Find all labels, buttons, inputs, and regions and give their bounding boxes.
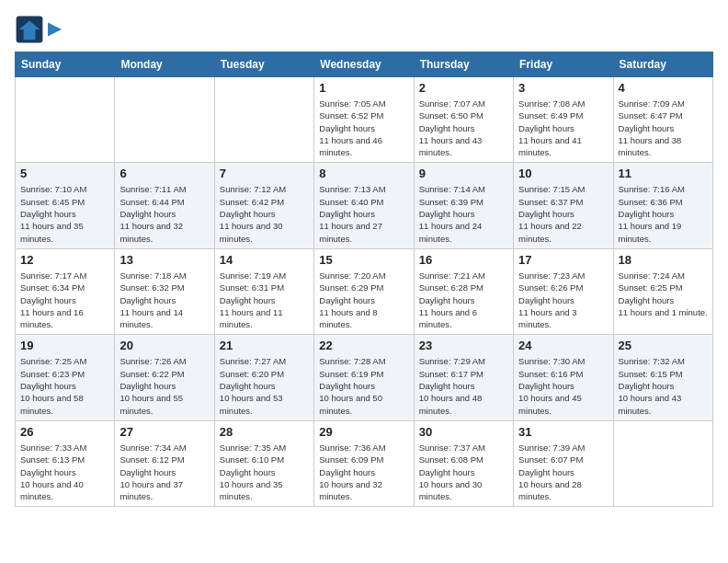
day-cell: 8 Sunrise: 7:13 AM Sunset: 6:40 PM Dayli… (314, 163, 414, 248)
day-info: Sunrise: 7:33 AM Sunset: 6:13 PM Dayligh… (20, 442, 109, 502)
day-number: 8 (319, 167, 408, 180)
header-cell-wednesday: Wednesday (314, 52, 414, 77)
day-number: 27 (119, 425, 209, 439)
day-number: 9 (419, 167, 508, 180)
calendar-table: SundayMondayTuesdayWednesdayThursdayFrid… (15, 52, 713, 507)
day-cell: 22 Sunrise: 7:28 AM Sunset: 6:19 PM Dayl… (314, 335, 414, 420)
day-number: 3 (518, 81, 608, 95)
header-cell-tuesday: Tuesday (214, 52, 313, 77)
day-number: 2 (419, 81, 508, 95)
header-cell-sunday: Sunday (16, 52, 115, 77)
day-info: Sunrise: 7:12 AM Sunset: 6:42 PM Dayligh… (220, 183, 309, 244)
day-info: Sunrise: 7:14 AM Sunset: 6:39 PM Dayligh… (419, 183, 508, 244)
day-cell (16, 77, 115, 163)
day-cell: 17 Sunrise: 7:23 AM Sunset: 6:26 PM Dayl… (514, 248, 613, 334)
day-number: 11 (619, 167, 708, 180)
day-cell: 29 Sunrise: 7:36 AM Sunset: 6:09 PM Dayl… (314, 420, 414, 506)
day-cell: 19 Sunrise: 7:25 AM Sunset: 6:23 PM Dayl… (16, 335, 115, 420)
day-number: 17 (518, 253, 608, 267)
day-info: Sunrise: 7:25 AM Sunset: 6:23 PM Dayligh… (20, 355, 109, 416)
day-info: Sunrise: 7:34 AM Sunset: 6:12 PM Dayligh… (119, 442, 209, 502)
day-cell (214, 77, 313, 163)
day-info: Sunrise: 7:35 AM Sunset: 6:10 PM Dayligh… (220, 442, 309, 502)
day-number: 13 (119, 253, 209, 267)
day-number: 20 (119, 339, 209, 352)
day-info: Sunrise: 7:32 AM Sunset: 6:15 PM Dayligh… (619, 355, 708, 416)
day-info: Sunrise: 7:16 AM Sunset: 6:36 PM Dayligh… (619, 183, 708, 244)
day-number: 12 (20, 253, 109, 267)
day-number: 6 (119, 167, 209, 180)
day-number: 21 (220, 339, 309, 352)
day-number: 16 (419, 253, 508, 267)
day-info: Sunrise: 7:11 AM Sunset: 6:44 PM Dayligh… (119, 183, 209, 244)
day-cell: 28 Sunrise: 7:35 AM Sunset: 6:10 PM Dayl… (214, 420, 313, 506)
day-info: Sunrise: 7:30 AM Sunset: 6:16 PM Dayligh… (518, 355, 608, 416)
day-number: 28 (220, 425, 309, 439)
day-cell: 15 Sunrise: 7:20 AM Sunset: 6:29 PM Dayl… (314, 248, 414, 334)
header-cell-friday: Friday (514, 52, 613, 77)
day-cell: 1 Sunrise: 7:05 AM Sunset: 6:52 PM Dayli… (314, 77, 414, 163)
header-cell-monday: Monday (115, 52, 214, 77)
calendar-body: 1 Sunrise: 7:05 AM Sunset: 6:52 PM Dayli… (16, 77, 713, 507)
week-row-0: 1 Sunrise: 7:05 AM Sunset: 6:52 PM Dayli… (16, 77, 713, 163)
day-cell (115, 77, 214, 163)
day-number: 1 (319, 81, 408, 95)
day-info: Sunrise: 7:23 AM Sunset: 6:26 PM Dayligh… (518, 270, 608, 330)
day-cell: 27 Sunrise: 7:34 AM Sunset: 6:12 PM Dayl… (115, 420, 214, 506)
day-info: Sunrise: 7:13 AM Sunset: 6:40 PM Dayligh… (319, 183, 408, 244)
day-cell: 18 Sunrise: 7:24 AM Sunset: 6:25 PM Dayl… (613, 248, 712, 334)
day-cell: 14 Sunrise: 7:19 AM Sunset: 6:31 PM Dayl… (214, 248, 313, 334)
header-row: SundayMondayTuesdayWednesdayThursdayFrid… (16, 52, 713, 77)
day-number: 26 (20, 425, 109, 439)
day-number: 7 (220, 167, 309, 180)
day-number: 5 (20, 167, 109, 180)
day-number: 30 (419, 425, 508, 439)
day-number: 29 (319, 425, 408, 439)
day-info: Sunrise: 7:21 AM Sunset: 6:28 PM Dayligh… (419, 270, 508, 330)
day-cell: 31 Sunrise: 7:39 AM Sunset: 6:07 PM Dayl… (514, 420, 613, 506)
day-info: Sunrise: 7:07 AM Sunset: 6:50 PM Dayligh… (419, 98, 508, 158)
header-cell-thursday: Thursday (414, 52, 513, 77)
week-row-2: 12 Sunrise: 7:17 AM Sunset: 6:34 PM Dayl… (16, 248, 713, 334)
day-cell: 23 Sunrise: 7:29 AM Sunset: 6:17 PM Dayl… (414, 335, 513, 420)
page-header: ▶ (15, 15, 713, 44)
day-number: 14 (220, 253, 309, 267)
day-cell: 12 Sunrise: 7:17 AM Sunset: 6:34 PM Dayl… (16, 248, 115, 334)
day-cell: 10 Sunrise: 7:15 AM Sunset: 6:37 PM Dayl… (514, 163, 613, 248)
day-info: Sunrise: 7:29 AM Sunset: 6:17 PM Dayligh… (419, 355, 508, 416)
day-number: 24 (518, 339, 608, 352)
header-cell-saturday: Saturday (613, 52, 712, 77)
day-info: Sunrise: 7:15 AM Sunset: 6:37 PM Dayligh… (518, 183, 608, 244)
day-number: 23 (419, 339, 508, 352)
day-cell: 7 Sunrise: 7:12 AM Sunset: 6:42 PM Dayli… (214, 163, 313, 248)
day-cell: 16 Sunrise: 7:21 AM Sunset: 6:28 PM Dayl… (414, 248, 513, 334)
day-number: 18 (619, 253, 708, 267)
day-info: Sunrise: 7:27 AM Sunset: 6:20 PM Dayligh… (220, 355, 309, 416)
day-info: Sunrise: 7:17 AM Sunset: 6:34 PM Dayligh… (20, 270, 109, 330)
day-info: Sunrise: 7:09 AM Sunset: 6:47 PM Dayligh… (619, 98, 708, 158)
day-info: Sunrise: 7:08 AM Sunset: 6:49 PM Dayligh… (518, 98, 608, 158)
day-cell: 3 Sunrise: 7:08 AM Sunset: 6:49 PM Dayli… (514, 77, 613, 163)
day-cell: 13 Sunrise: 7:18 AM Sunset: 6:32 PM Dayl… (115, 248, 214, 334)
day-cell: 21 Sunrise: 7:27 AM Sunset: 6:20 PM Dayl… (214, 335, 313, 420)
day-cell: 6 Sunrise: 7:11 AM Sunset: 6:44 PM Dayli… (115, 163, 214, 248)
day-number: 4 (619, 81, 708, 95)
day-cell: 9 Sunrise: 7:14 AM Sunset: 6:39 PM Dayli… (414, 163, 513, 248)
logo-icon (15, 15, 44, 44)
day-cell (613, 420, 712, 506)
day-info: Sunrise: 7:37 AM Sunset: 6:08 PM Dayligh… (419, 442, 508, 502)
day-number: 22 (319, 339, 408, 352)
day-info: Sunrise: 7:19 AM Sunset: 6:31 PM Dayligh… (220, 270, 309, 330)
day-number: 19 (20, 339, 109, 352)
day-info: Sunrise: 7:26 AM Sunset: 6:22 PM Dayligh… (119, 355, 209, 416)
day-info: Sunrise: 7:28 AM Sunset: 6:19 PM Dayligh… (319, 355, 408, 416)
week-row-3: 19 Sunrise: 7:25 AM Sunset: 6:23 PM Dayl… (16, 335, 713, 420)
day-info: Sunrise: 7:20 AM Sunset: 6:29 PM Dayligh… (319, 270, 408, 330)
day-info: Sunrise: 7:36 AM Sunset: 6:09 PM Dayligh… (319, 442, 408, 502)
week-row-4: 26 Sunrise: 7:33 AM Sunset: 6:13 PM Dayl… (16, 420, 713, 506)
day-number: 25 (619, 339, 708, 352)
day-number: 10 (518, 167, 608, 180)
day-cell: 24 Sunrise: 7:30 AM Sunset: 6:16 PM Dayl… (514, 335, 613, 420)
day-info: Sunrise: 7:24 AM Sunset: 6:25 PM Dayligh… (619, 270, 708, 318)
calendar-header: SundayMondayTuesdayWednesdayThursdayFrid… (16, 52, 713, 77)
